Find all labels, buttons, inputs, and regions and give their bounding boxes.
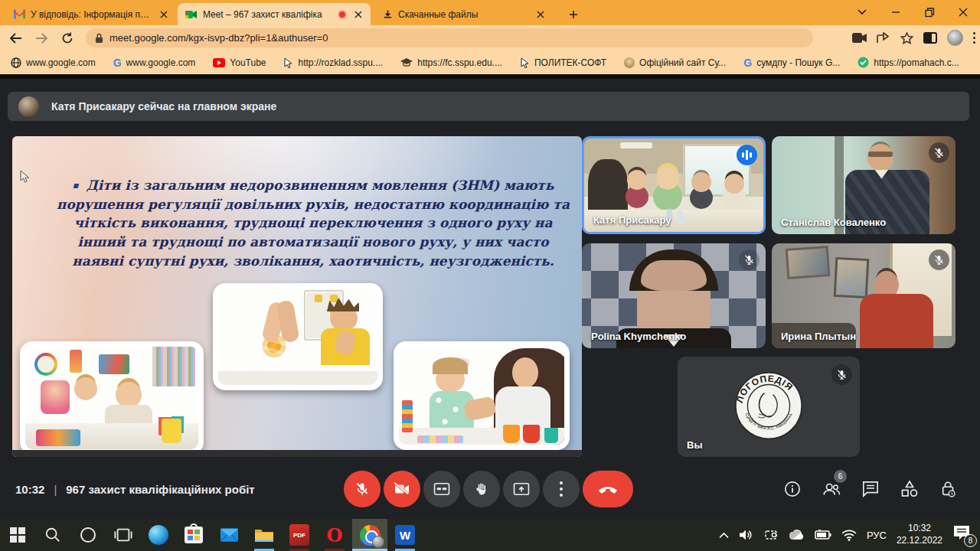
close-icon[interactable]: [352, 8, 364, 21]
keyboard-language[interactable]: РУС: [867, 530, 887, 541]
tray-time: 10:32: [897, 523, 942, 535]
video-tile-katya[interactable]: Катя Присакару: [582, 136, 766, 234]
tab-downloads[interactable]: Скачанные файлы: [375, 3, 553, 25]
chrome-badge-overlay: [372, 536, 384, 548]
pdf-editor-button[interactable]: PDF: [282, 519, 317, 551]
end-call-icon: [598, 485, 618, 494]
bookmark-item[interactable]: https://fc.sspu.edu....: [400, 57, 502, 68]
activities-button[interactable]: [900, 479, 920, 499]
bookmark-item[interactable]: https://pomahach.c...: [858, 57, 959, 68]
globe-icon: [11, 57, 21, 68]
photo-shape: [99, 354, 129, 374]
present-screen-button[interactable]: [503, 471, 540, 507]
raise-hand-button[interactable]: [463, 471, 500, 507]
microsoft-store-button[interactable]: [176, 519, 211, 551]
onedrive-cloud-icon[interactable]: [788, 530, 805, 540]
end-call-button[interactable]: [583, 471, 633, 507]
toast-text: Катя Присакару сейчас на главном экране: [51, 100, 276, 112]
presentation-stage[interactable]: ▪Діти із загальним недорозвиненням мовле…: [12, 136, 582, 457]
search-button[interactable]: [35, 519, 70, 551]
logopedia-logo: ЛОГОПЕДІЯ СумДПУ імені А.С. Макаренка: [733, 370, 804, 441]
mic-off-icon: [929, 249, 949, 270]
tray-chevron-icon[interactable]: [719, 532, 729, 539]
more-options-button[interactable]: [543, 471, 580, 507]
bookmark-item[interactable]: Gwww.google.com: [113, 57, 196, 69]
bookmark-star-icon[interactable]: [900, 32, 913, 44]
chat-button[interactable]: [861, 479, 880, 499]
camera-off-icon: [394, 482, 410, 496]
screen-record-icon[interactable]: [764, 529, 778, 541]
tab-gmail[interactable]: У відповідь: Інформація про ви: [6, 3, 176, 25]
tile-scene-shape: [641, 260, 707, 291]
download-icon: [383, 9, 393, 20]
tile-scene-shape: [860, 294, 933, 348]
reload-button[interactable]: [57, 28, 78, 49]
video-tile-stanislav[interactable]: Станіслав Коваленко: [772, 136, 956, 234]
presenting-toast: Катя Присакару сейчас на главном экране: [8, 92, 969, 121]
tab-camera-icon[interactable]: [852, 33, 867, 43]
word-button[interactable]: W: [387, 519, 423, 551]
tile-scene-shape: [786, 246, 831, 280]
file-explorer-button[interactable]: [247, 519, 282, 551]
screen: У відповідь: Інформація про ви Meet – 96…: [0, 0, 980, 551]
cortana-button[interactable]: [70, 519, 106, 551]
participant-name: Ирина Плытын: [781, 331, 856, 342]
back-button[interactable]: [5, 28, 26, 49]
slide-photo-hand-exercise: [213, 283, 383, 390]
share-icon[interactable]: [877, 32, 890, 44]
wifi-icon[interactable]: [841, 530, 857, 541]
video-tile-polina[interactable]: Polina Khymchenko: [582, 243, 766, 348]
close-window-button[interactable]: [946, 0, 980, 24]
bookmark-item[interactable]: ПОЛИТЕК-СОФТ: [520, 57, 606, 68]
photo-shape: [433, 357, 468, 374]
address-bar[interactable]: meet.google.com/kgx-isvp-dbz?pli=1&authu…: [86, 28, 813, 47]
meeting-details-button[interactable]: [782, 479, 802, 499]
slide-photo-teacher-child: [394, 341, 570, 450]
camera-toggle-button[interactable]: [384, 471, 420, 507]
captions-button[interactable]: [423, 471, 460, 507]
action-center-button[interactable]: 8: [952, 525, 972, 545]
close-icon[interactable]: [158, 8, 170, 21]
mail-button[interactable]: [211, 519, 247, 551]
chrome-button[interactable]: [352, 519, 387, 551]
restore-button[interactable]: [913, 0, 946, 24]
photo-shape: [495, 386, 550, 429]
photo-shape: [218, 371, 377, 385]
tab-title: Meet – 967 захист кваліфіка: [203, 9, 332, 20]
side-panel-icon[interactable]: [923, 32, 937, 44]
video-tile-iryna[interactable]: Ирина Плытын: [772, 243, 956, 348]
photo-scene: [25, 347, 198, 449]
tab-meet[interactable]: Meet – 967 захист кваліфіка: [178, 3, 371, 25]
browser-menu-kebab-icon[interactable]: [973, 32, 976, 44]
bookmark-item[interactable]: YouTube: [213, 57, 266, 68]
task-view-button[interactable]: [106, 519, 141, 551]
meet-control-bar: 10:32 | 967 захист кваліфікаційних робіт…: [0, 459, 980, 519]
new-tab-button[interactable]: [565, 6, 582, 23]
opera-button[interactable]: O: [317, 519, 352, 551]
host-controls-button[interactable]: [939, 479, 959, 499]
photo-shape: [152, 347, 195, 386]
bookmark-item[interactable]: http://rozklad.sspu....: [283, 57, 383, 68]
people-icon: [822, 481, 841, 497]
mic-off-icon: [354, 481, 370, 497]
forward-button[interactable]: [31, 28, 52, 49]
volume-icon[interactable]: [739, 529, 754, 541]
video-tile-you[interactable]: ЛОГОПЕДІЯ СумДПУ імені А.С. Макаренка Вы: [678, 357, 860, 457]
mouse-cursor-icon: [20, 170, 30, 184]
google-g-icon: G: [743, 57, 752, 69]
close-icon[interactable]: [534, 8, 547, 21]
bookmark-item[interactable]: www.google.com: [11, 57, 96, 68]
start-button[interactable]: [0, 519, 35, 551]
profile-avatar[interactable]: [947, 30, 963, 46]
minimize-button[interactable]: [879, 0, 913, 24]
window-menu-chevron[interactable]: [845, 0, 879, 24]
photo-shape: [74, 377, 97, 400]
battery-icon[interactable]: [815, 530, 831, 540]
mic-toggle-button[interactable]: [344, 471, 381, 507]
graduation-cap-icon: [400, 58, 413, 67]
participants-button[interactable]: 6: [822, 479, 841, 499]
tray-clock[interactable]: 10:32 22.12.2022: [897, 523, 942, 546]
edge-button[interactable]: [141, 519, 176, 551]
bookmark-item[interactable]: Офіційний сайт Су...: [624, 57, 726, 68]
bookmark-item[interactable]: Gсумдпу - Пошук G...: [743, 57, 840, 69]
